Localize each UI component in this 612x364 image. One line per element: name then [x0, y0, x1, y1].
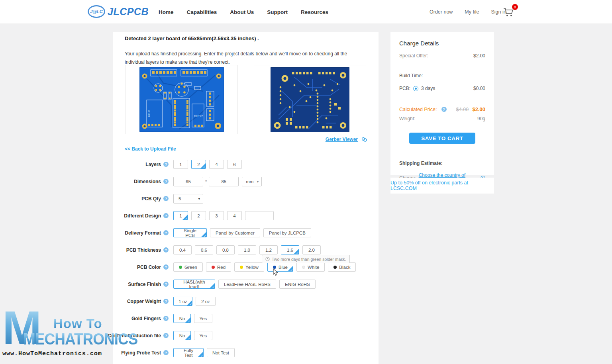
howtomechatronics-watermark: M How To MECHATRONICS www.HowToMechatron…: [2, 311, 122, 363]
color-green[interactable]: Green: [173, 262, 203, 272]
color-blue-selected[interactable]: Blue: [267, 262, 293, 272]
field-label-flying-probe: Flying Probe Test: [125, 350, 161, 356]
nav-about-us[interactable]: About Us: [230, 9, 254, 15]
nav-support[interactable]: Support: [267, 9, 288, 15]
form-row-pcb-qty: PCB Qty 5 ▾: [125, 194, 372, 203]
finish-leadfree-hasl[interactable]: LeadFree HASL-RoHS: [218, 280, 276, 289]
pcb-bottom-image: [271, 67, 349, 132]
help-icon[interactable]: [163, 333, 169, 338]
nav-home[interactable]: Home: [159, 9, 174, 15]
special-offer-label: Special Offer:: [399, 53, 428, 59]
svg-text:DHT22: DHT22: [194, 115, 203, 117]
thickness-0-6[interactable]: 0.6: [195, 245, 213, 254]
color-yellow[interactable]: Yellow: [234, 262, 264, 272]
link-icon[interactable]: [361, 137, 367, 142]
chevron-down-icon: ▾: [257, 180, 259, 184]
thickness-0-4[interactable]: 0.4: [173, 245, 192, 254]
jlcpcb-logo-text: JLCPCB: [108, 6, 149, 18]
field-label-delivery-format: Delivery Format: [125, 230, 161, 236]
jlcpcb-logo[interactable]: J@LC JLCPCB: [88, 5, 149, 18]
design-option-3[interactable]: 3: [209, 211, 224, 220]
red-dot-icon: [212, 266, 215, 269]
gerber-viewer-link[interactable]: Gerber Viewer: [326, 137, 358, 142]
cart-button[interactable]: 0: [503, 7, 516, 18]
dimension-height-input[interactable]: [209, 177, 239, 186]
lcsc-banner-link[interactable]: Up to 50% off on electronic parts at LCS…: [390, 180, 494, 191]
form-row-surface-finish: Surface Finish HASL(with lead) LeadFree …: [125, 280, 372, 289]
save-to-cart-button[interactable]: SAVE TO CART: [409, 133, 475, 144]
gold-fingers-yes[interactable]: Yes: [194, 314, 212, 323]
help-icon[interactable]: [163, 213, 169, 218]
upload-finished-note: Your upload has finished processing. Ent…: [125, 50, 367, 67]
help-icon[interactable]: [163, 299, 169, 304]
color-black[interactable]: Black: [328, 262, 356, 272]
help-icon[interactable]: [163, 230, 169, 235]
calculated-price-row: Calculated Price: $4.00 $2.00: [399, 106, 485, 112]
shipping-estimate-title: Shipping Estimate:: [399, 160, 485, 166]
pcb-qty-select[interactable]: 5 ▾: [173, 194, 203, 204]
field-label-pcb-qty: PCB Qty: [125, 196, 161, 202]
back-to-upload-link[interactable]: << Back to Upload File: [125, 146, 176, 152]
delivery-panel-by-jlcpcb[interactable]: Panel by JLCPCB: [263, 228, 311, 237]
build-time-radio[interactable]: [413, 86, 418, 91]
help-icon[interactable]: [441, 107, 447, 112]
order-details-card: Detected 2 layer board of 65x85mm(2.56x3…: [113, 32, 379, 364]
help-icon[interactable]: [163, 179, 169, 184]
confirm-no-selected[interactable]: No: [173, 331, 191, 340]
my-file-link[interactable]: My file: [465, 9, 479, 15]
help-icon[interactable]: [163, 162, 169, 167]
thickness-0-8[interactable]: 0.8: [216, 245, 235, 254]
dimension-width-input[interactable]: [173, 177, 203, 186]
gold-fingers-no-selected[interactable]: No: [173, 314, 191, 323]
help-icon[interactable]: [163, 316, 169, 321]
copper-1oz-selected[interactable]: 1 oz: [173, 297, 192, 306]
green-dot-icon: [179, 266, 182, 269]
old-price: $4.00: [456, 107, 469, 112]
nav-resources[interactable]: Resources: [301, 9, 328, 15]
field-label-surface-finish: Surface Finish: [125, 282, 161, 287]
form-row-layers: Layers 1 2 4 6: [125, 160, 372, 169]
weight-row: Weight: 90g: [399, 116, 485, 121]
nav-capabilities[interactable]: Capabilities: [187, 9, 217, 15]
help-icon[interactable]: [163, 264, 169, 270]
copper-2oz[interactable]: 2 oz: [196, 297, 216, 306]
help-icon[interactable]: [163, 196, 169, 201]
delivery-single-pcb-selected[interactable]: Single PCB: [173, 228, 207, 237]
watermark-url: www.HowToMechatronics.com: [2, 350, 102, 357]
design-option-4[interactable]: 4: [227, 211, 242, 220]
probe-fully-test-selected[interactable]: Fully Test: [173, 348, 204, 357]
dimension-separator: *: [205, 179, 207, 184]
thickness-1-6-selected[interactable]: 1.6: [281, 245, 299, 254]
mouse-cursor-icon: [273, 268, 278, 276]
design-custom-input[interactable]: [245, 211, 274, 220]
form-row-pcb-thickness: PCB Thickness 0.4 0.6 0.8 1.0 1.2 1.6 2.…: [125, 245, 372, 254]
delivery-panel-by-customer[interactable]: Panel by Customer: [210, 228, 260, 237]
pcb-top-image: DHT22 HC-05: [139, 67, 224, 132]
layers-option-6[interactable]: 6: [227, 160, 242, 169]
order-now-link[interactable]: Order now: [430, 9, 453, 15]
dimension-unit-select[interactable]: mm ▾: [242, 177, 262, 186]
layers-option-4[interactable]: 4: [209, 160, 224, 169]
build-time-pcb-row: PCB: 3 days $0.00: [399, 86, 485, 91]
probe-not-test[interactable]: Not Test: [207, 348, 235, 357]
form-row-flying-probe-test: Flying Probe Test Fully Test Not Test: [125, 348, 372, 357]
layers-option-1[interactable]: 1: [173, 160, 188, 169]
color-red[interactable]: Red: [206, 262, 231, 272]
confirm-yes[interactable]: Yes: [194, 331, 212, 340]
color-white[interactable]: White: [296, 262, 325, 272]
help-icon[interactable]: [163, 350, 169, 355]
thickness-1-0[interactable]: 1.0: [238, 245, 256, 254]
detected-board-title: Detected 2 layer board of 65x85mm(2.56x3…: [125, 35, 259, 41]
cart-count-badge: 0: [512, 4, 518, 10]
help-icon[interactable]: [163, 282, 169, 287]
design-option-1-selected[interactable]: 1: [173, 211, 188, 220]
pcb-label: PCB:: [399, 86, 410, 91]
thickness-2-0[interactable]: 2.0: [302, 245, 321, 254]
help-icon[interactable]: [163, 247, 169, 252]
finish-hasl-selected[interactable]: HASL(with lead): [173, 280, 215, 289]
thickness-1-2[interactable]: 1.2: [259, 245, 278, 254]
build-time-price: $0.00: [473, 86, 485, 91]
finish-enig-rohs[interactable]: ENIG-RoHS: [279, 280, 316, 289]
design-option-2[interactable]: 2: [191, 211, 206, 220]
layers-option-2-selected[interactable]: 2: [191, 160, 206, 169]
